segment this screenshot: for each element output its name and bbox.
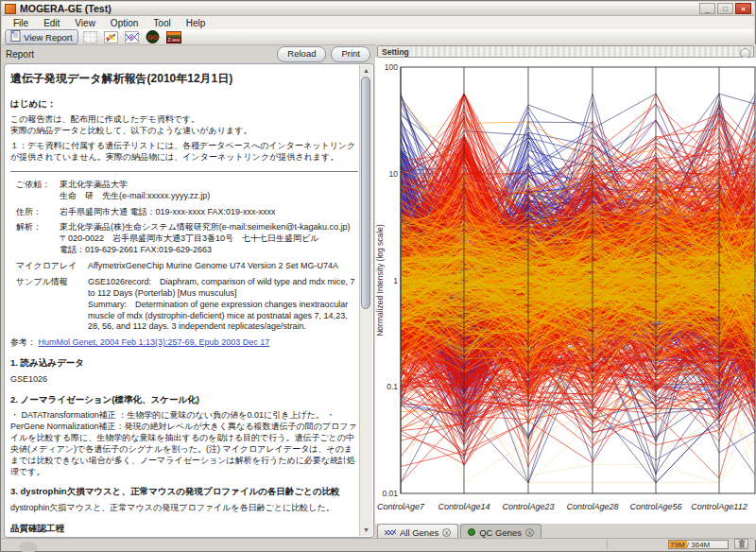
report-field-key: サンプル情報 [10, 277, 88, 333]
trash-icon [738, 540, 746, 548]
y-tick-label: 0.01 [382, 489, 398, 498]
window-title: MOGERA-GE (Test) [20, 3, 697, 14]
report-heading: 1. 読み込みデータ [10, 357, 358, 370]
status-indicator-icon [19, 542, 38, 552]
garbage-collect-button[interactable] [734, 539, 748, 549]
menu-item-help[interactable]: Help [179, 18, 214, 28]
reference-link[interactable]: HumMol Genet, 2004 Feb 1;13(3):257-69, E… [39, 337, 270, 347]
x-axis-label-ControlAge14: ControlAge14 [438, 502, 490, 511]
report-field-line: 岩手県盛岡市大通 電話：019-xxx-xxxx FAX:019-xxx-xxx… [60, 207, 358, 218]
report-heading: 3. dystrophin欠損マウスと、正常マウスの発現プロファイルの各日齢ごと… [10, 486, 358, 498]
print-button[interactable]: Print [331, 46, 370, 62]
report-field-value: GSE1026record: Diaphram, comparison of w… [88, 277, 358, 333]
divider [10, 171, 358, 172]
report-field: マイクロアレイAffymetrixGeneChip Murine Genome … [10, 261, 358, 272]
report-field-line: 東北化学薬品(株)生命システム情報研究所(e-mail:seimeiken@t-… [60, 222, 358, 233]
app-icon [5, 4, 16, 14]
tab-close-icon[interactable]: x [525, 528, 534, 537]
menu-item-tool[interactable]: Tool [146, 18, 178, 28]
close-button[interactable]: × [735, 3, 751, 14]
report-field-value: 東北化学薬品(株)生命システム情報研究所(e-mail:seimeiken@t-… [60, 222, 358, 256]
menu-item-file[interactable]: File [6, 18, 36, 28]
table-icon[interactable] [82, 30, 99, 43]
chart-panel: Setting 1001010.10.01ControlAge7ControlA… [375, 44, 756, 539]
chart-area: 1001010.10.01ControlAge7ControlAge14Cont… [375, 58, 756, 524]
report-paragraph: この報告書は、配布用に作成したデモ資料です。 実際の納品データと比較して、以下の… [10, 114, 358, 137]
report-icon [10, 30, 21, 43]
ztest-icon-label: Z-test [167, 37, 180, 43]
view-report-button[interactable]: View Report [5, 29, 78, 44]
setting-bar[interactable]: Setting [377, 45, 754, 58]
view-report-label: View Report [24, 32, 73, 43]
green-dot-icon [468, 528, 475, 536]
report-field-key: マイクロアレイ [10, 261, 88, 272]
report-heading: 品質確認工程 [10, 523, 358, 535]
report-panel-title: Report [6, 49, 272, 60]
reference-row: 参考： HumMol Genet, 2004 Feb 1;13(3):257-6… [10, 337, 358, 349]
line-chart-icon[interactable] [124, 30, 141, 43]
report-field-line: Summary: Determination of gene expressio… [88, 300, 358, 334]
report-panel: Report Reload Print 遺伝子発現データ解析報告(2010年12… [2, 44, 374, 539]
go-icon-label: GO [147, 34, 158, 41]
report-field: 解析：東北化学薬品(株)生命システム情報研究所(e-mail:seimeiken… [10, 222, 358, 256]
report-paragraph: １：デモ資料に付属する遺伝子リストには、各種データベースへのインターネットリンク… [10, 141, 358, 164]
menu-bar: FileEditViewOptionToolHelp [2, 16, 754, 30]
report-field-key: ご依頼： [10, 180, 60, 202]
report-field-key: 解析： [10, 222, 60, 256]
scatter-plot-icon[interactable] [103, 30, 120, 43]
x-axis-label-ControlAge112: ControlAge112 [691, 502, 747, 511]
report-field-line: 〒020-0022 岩手県盛岡市大通3丁目3番10号 七十七日生盛岡ビル [60, 233, 358, 245]
ztest-icon[interactable]: Z-test [165, 30, 182, 43]
report-field-line: GSE1026record: Diaphram, comparison of w… [88, 277, 358, 300]
scrollbar-up-icon[interactable]: ▲ [361, 66, 371, 76]
memory-text: 79M / 364M [669, 541, 728, 549]
report-content: 遺伝子発現データ解析報告(2010年12月1日)はじめに：この報告書は、配布用に… [10, 66, 358, 535]
y-axis-title: Normalized Intensity (log scale) [375, 224, 385, 336]
toolbar: View Report GO Z-test [2, 29, 754, 45]
application-window: MOGERA-GE (Test) _ □ × FileEditViewOptio… [0, 0, 756, 552]
parallel-coordinates-plot[interactable]: 1001010.10.01ControlAge7ControlAge14Cont… [375, 58, 756, 524]
report-heading: 2. ノーマライゼーション(標準化、スケール化) [10, 394, 358, 406]
y-tick-label: 1 [393, 276, 398, 285]
report-field-line: AffymetrixGeneChip Murine Genome U74 Ver… [88, 261, 358, 272]
report-field-value: AffymetrixGeneChip Murine Genome U74 Ver… [88, 261, 358, 272]
memory-gauge[interactable]: 79M / 364M [668, 540, 729, 549]
y-tick-label: 0.1 [387, 382, 398, 391]
y-tick-label: 100 [385, 62, 398, 72]
reference-label: 参考： [10, 337, 39, 347]
scrollbar-thumb[interactable] [361, 77, 370, 309]
line-chart-icon [385, 528, 396, 537]
minimize-button[interactable]: _ [699, 3, 715, 14]
report-field: サンプル情報GSE1026record: Diaphram, compariso… [10, 277, 358, 333]
report-scrollbar[interactable]: ▲ ▼ [359, 65, 372, 536]
y-tick-label: 10 [389, 169, 399, 179]
report-paragraph: ・ DATATransformation補正 ：生物学的に意味のない負の値を0.… [10, 410, 358, 477]
status-bar: 79M / 364M [2, 538, 754, 550]
setting-collapse-icon[interactable] [740, 48, 750, 59]
tab-close-icon[interactable]: x [442, 528, 451, 537]
report-field: 住所：岩手県盛岡市大通 電話：019-xxx-xxxx FAX:019-xxx-… [10, 207, 358, 218]
report-title: 遺伝子発現データ解析報告(2010年12月1日) [10, 72, 358, 87]
tab-label: QC Genes [479, 527, 522, 538]
report-field-key: 住所： [10, 207, 60, 218]
report-heading: はじめに： [10, 98, 358, 111]
status-divider [607, 540, 608, 549]
setting-bar-label: Setting [378, 47, 413, 57]
report-header: Report Reload Print [2, 44, 374, 63]
maximize-button[interactable]: □ [717, 3, 733, 14]
go-icon[interactable]: GO [145, 30, 162, 43]
scrollbar-down-icon[interactable]: ▼ [361, 526, 371, 535]
reload-button[interactable]: Reload [277, 46, 326, 62]
menu-item-option[interactable]: Option [103, 18, 146, 28]
report-field-line: 生命 研 先生(e-mail:xxxxx.yyyy.zz.jp) [60, 191, 358, 202]
menu-item-view[interactable]: View [67, 18, 103, 28]
report-field-value: 東北化学薬品大学生命 研 先生(e-mail:xxxxx.yyyy.zz.jp) [60, 180, 358, 202]
report-document: 遺伝子発現データ解析報告(2010年12月1日)はじめに：この報告書は、配布用に… [4, 63, 374, 538]
report-field-line: 電話：019-629-2661 FAX:019-629-2663 [60, 245, 358, 256]
x-axis-label-ControlAge23: ControlAge23 [502, 502, 554, 511]
x-axis-label-ControlAge7: ControlAge7 [377, 502, 425, 511]
x-axis-label-ControlAge28: ControlAge28 [566, 502, 618, 511]
report-field-line: 東北化学薬品大学 [60, 180, 358, 191]
menu-item-edit[interactable]: Edit [36, 18, 67, 28]
title-bar: MOGERA-GE (Test) _ □ × [2, 2, 754, 16]
